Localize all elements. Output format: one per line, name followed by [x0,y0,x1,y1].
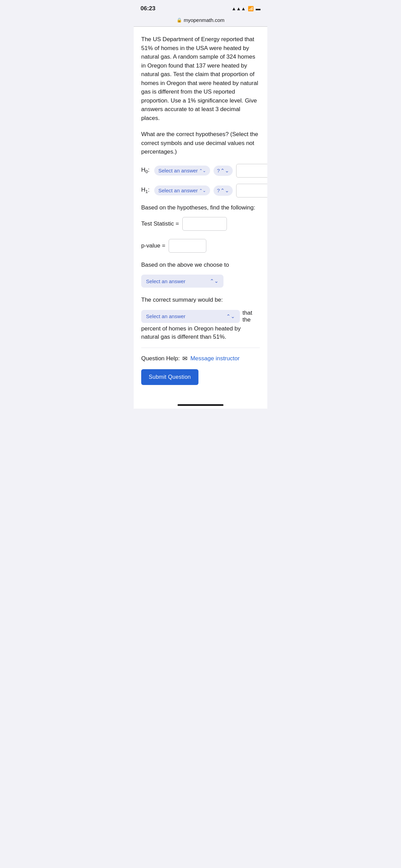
test-statistic-input[interactable] [182,217,227,231]
h0-select-label: Select an answer [158,168,198,173]
h1-symbol-select[interactable]: ? ⌃⌄ [214,185,233,196]
url-text: myopenmath.com [184,17,224,23]
question-help-section: Question Help: ✉ Message instructor [141,348,260,362]
summary-tail-text: percent of homes in Oregon heated by nat… [141,325,260,341]
browser-bar: 🔒 myopenmath.com [134,15,267,27]
h1-select-answer[interactable]: Select an answer ⌃⌄ [154,185,210,195]
summary-select[interactable]: Select an answer ⌃⌄ [141,310,240,323]
status-bar: 06:23 ▲▲▲ 📶 ▬ [134,0,267,15]
p-value-input[interactable] [169,239,206,253]
test-statistic-row: Test Statistic = [141,217,260,231]
hypothesis-section: H0: Select an answer ⌃⌄ ? ⌃⌄ H1: Select … [141,164,260,197]
message-instructor-link[interactable]: Message instructor [190,355,240,362]
wifi-icon: 📶 [248,6,254,11]
summary-select-chevron-icon: ⌃⌄ [226,313,235,320]
p-value-row: p-value = [141,239,260,253]
summary-select-label: Select an answer [146,313,185,319]
browser-url: 🔒 myopenmath.com [177,17,224,23]
main-content: The US Department of Energy reported tha… [134,27,267,399]
choose-select[interactable]: Select an answer ⌃⌄ [141,275,223,288]
choose-select-chevron-icon: ⌃⌄ [210,278,219,284]
h0-chevron-icon: ⌃⌄ [199,168,206,173]
h0-label: H0: [141,167,151,174]
h0-value-input[interactable] [236,164,267,178]
signal-icon: ▲▲▲ [231,6,246,11]
h0-symbol-label: ? [217,168,220,173]
lock-icon: 🔒 [177,17,182,23]
question-text: The US Department of Energy reported tha… [141,35,260,122]
h1-row: H1: Select an answer ⌃⌄ ? ⌃⌄ [141,184,260,197]
h0-row: H0: Select an answer ⌃⌄ ? ⌃⌄ [141,164,260,178]
summary-row: Select an answer ⌃⌄ that the [141,310,260,323]
choose-select-label: Select an answer [146,278,185,284]
h1-label: H1: [141,186,151,194]
h1-value-input[interactable] [236,184,267,197]
status-time: 06:23 [141,5,155,12]
find-following-label: Based on the hypotheses, find the follow… [141,204,260,212]
test-statistic-label: Test Statistic = [141,220,179,227]
submit-button[interactable]: Submit Question [141,369,198,385]
h0-select-answer[interactable]: Select an answer ⌃⌄ [154,166,210,176]
h1-select-label: Select an answer [158,188,198,193]
p-value-label: p-value = [141,242,165,249]
h0-symbol-select[interactable]: ? ⌃⌄ [214,166,233,176]
home-indicator [134,399,267,409]
summary-tail-start: that the [243,310,260,323]
mail-icon: ✉ [182,355,187,362]
h0-symbol-chevron-icon: ⌃⌄ [220,168,229,174]
h1-chevron-icon: ⌃⌄ [199,188,206,193]
h1-symbol-chevron-icon: ⌃⌄ [220,188,229,194]
choose-select-wrapper: Select an answer ⌃⌄ [141,275,260,288]
question-help-label: Question Help: [141,355,180,362]
choose-label: Based on the above we choose to [141,261,260,269]
battery-icon: ▬ [256,6,260,11]
home-bar [178,404,223,406]
status-icons: ▲▲▲ 📶 ▬ [231,6,260,11]
hypotheses-prompt: What are the correct hypotheses? (Select… [141,130,260,156]
summary-prompt-label: The correct summary would be: [141,296,260,304]
h1-symbol-label: ? [217,188,220,193]
